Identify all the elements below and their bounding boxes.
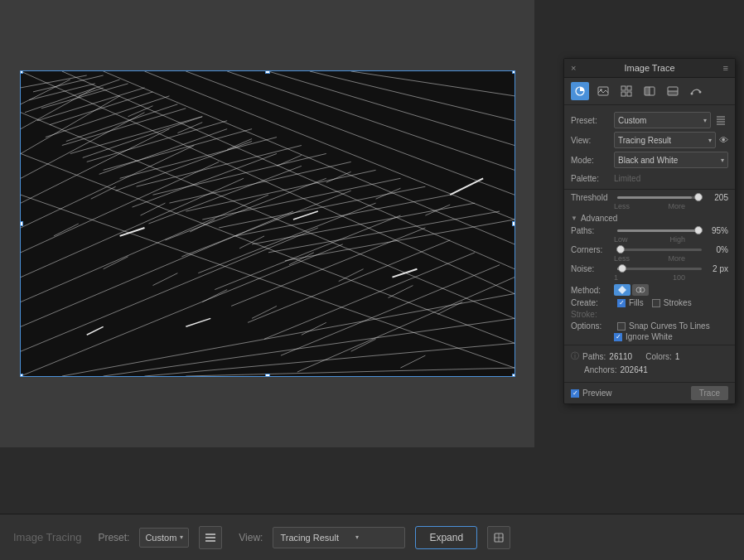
method-row: Method: — [564, 282, 735, 297]
paths-high: High — [669, 235, 685, 244]
advanced-header[interactable]: ▼ Advanced — [564, 211, 735, 225]
mode-value: Black and White — [618, 156, 678, 165]
strokes-checkbox[interactable] — [652, 299, 660, 307]
panel-icon-bar — [564, 78, 735, 105]
svg-rect-111 — [668, 91, 678, 95]
noise-max: 100 — [673, 273, 685, 282]
view-select[interactable]: Tracing Result ▾ — [614, 132, 716, 148]
toolbar-list-icon-btn[interactable] — [199, 526, 222, 549]
threshold-value: 205 — [705, 193, 728, 202]
overlapping-icon — [635, 285, 645, 295]
corners-value: 0% — [705, 245, 728, 254]
anchors-stat-value: 202641 — [620, 365, 647, 374]
half-icon-btn[interactable] — [640, 82, 659, 100]
expand-button[interactable]: Expand — [415, 526, 477, 549]
preset-select[interactable]: Custom ▾ — [614, 112, 711, 128]
view-eye-icon[interactable]: 👁 — [719, 135, 728, 145]
preset-list-btn[interactable] — [713, 113, 728, 128]
method-abutting-btn[interactable] — [614, 284, 630, 296]
options-ignore-row: Ignore White — [564, 331, 735, 342]
noise-track[interactable] — [617, 268, 702, 270]
method-overlapping-btn[interactable] — [632, 284, 649, 296]
divider-2 — [564, 345, 735, 345]
panel-footer: Preview Trace — [564, 382, 735, 403]
stats-row-2: Anchors: 202641 — [564, 364, 735, 377]
half-icon — [644, 85, 655, 97]
toolbar-view-label: View: — [239, 532, 263, 543]
handle-top-mid[interactable] — [265, 70, 270, 74]
trace-image — [21, 71, 515, 376]
handle-top-right[interactable] — [512, 70, 515, 74]
threshold-track[interactable] — [617, 196, 702, 199]
path-icon-btn[interactable] — [687, 82, 705, 100]
preset-value: Custom — [618, 116, 646, 125]
split-icon-btn[interactable] — [664, 82, 682, 100]
color-mode-icon-btn[interactable] — [571, 82, 589, 100]
toolbar-preset-select[interactable]: Custom ▾ — [139, 528, 189, 548]
panel-header: × Image Trace ≡ — [564, 59, 735, 78]
svg-point-112 — [691, 93, 693, 95]
snap-checkbox[interactable] — [617, 322, 626, 331]
paths-thumb[interactable] — [694, 226, 703, 234]
corners-thumb[interactable] — [616, 245, 625, 253]
photo-icon-btn[interactable] — [594, 82, 612, 100]
threshold-thumb[interactable] — [694, 193, 703, 201]
handle-top-left[interactable] — [20, 70, 23, 74]
preset-row: Preset: Custom ▾ — [564, 110, 735, 130]
grid-icon-btn[interactable] — [617, 82, 635, 100]
paths-row: Paths: 95% Low High — [564, 225, 735, 244]
noise-thumb[interactable] — [618, 264, 626, 273]
stats-row-1: ⓘ Paths: 26110 Colors: 1 — [564, 348, 735, 364]
trace-button[interactable]: Trace — [691, 386, 728, 400]
stroke-row: Stroke: — [564, 308, 735, 321]
paths-track[interactable] — [617, 229, 702, 232]
advanced-arrow: ▼ — [571, 215, 577, 222]
preview-checkbox-row: Preview — [571, 389, 612, 398]
snap-label: Snap Curves To Lines — [629, 321, 710, 331]
toolbar-view-select[interactable]: Tracing Result ▾ — [273, 527, 405, 548]
preview-label: Preview — [582, 389, 612, 398]
toolbar-object-icon-btn[interactable] — [487, 526, 510, 549]
info-icon[interactable]: ⓘ — [571, 350, 579, 362]
abutting-icon — [617, 285, 627, 295]
svg-point-119 — [640, 287, 645, 292]
svg-rect-105 — [627, 92, 631, 96]
mode-select[interactable]: Black and White ▾ — [614, 152, 728, 168]
colors-stat-value: 1 — [675, 352, 680, 361]
paths-value: 95% — [705, 226, 728, 235]
toolbar-list-icon — [205, 532, 216, 543]
handle-bottom-left[interactable] — [20, 374, 23, 377]
palette-label: Palette: — [571, 174, 614, 183]
handle-bottom-right[interactable] — [512, 374, 515, 377]
paths-stat-value: 26110 — [609, 352, 632, 361]
toolbar-preset-value: Custom — [145, 533, 176, 543]
preview-checkbox[interactable] — [571, 389, 579, 398]
canvas-area — [0, 0, 534, 447]
threshold-more: More — [668, 202, 685, 210]
ignore-label: Ignore White — [626, 332, 673, 341]
svg-rect-102 — [621, 86, 626, 90]
svg-rect-104 — [621, 92, 626, 96]
handle-bottom-mid[interactable] — [265, 374, 270, 377]
handle-mid-right[interactable] — [512, 221, 515, 226]
mode-row: Mode: Black and White ▾ — [564, 150, 735, 170]
fills-checkbox[interactable] — [617, 299, 626, 307]
svg-rect-107 — [645, 87, 650, 95]
corners-track[interactable] — [617, 249, 702, 251]
svg-rect-121 — [205, 537, 215, 538]
svg-rect-120 — [205, 533, 215, 535]
panel-menu-button[interactable]: ≡ — [723, 63, 728, 73]
stroke-label: Stroke: — [571, 310, 597, 319]
mode-chevron: ▾ — [721, 157, 724, 164]
ignore-checkbox[interactable] — [614, 333, 622, 341]
bottom-toolbar: Image Tracing Preset: Custom ▾ View: Tra… — [0, 514, 744, 560]
noise-min: 1 — [614, 273, 618, 282]
grid-icon — [621, 85, 632, 97]
handle-mid-left[interactable] — [20, 221, 23, 226]
create-label: Create: — [571, 298, 614, 307]
split-icon — [667, 85, 679, 97]
palette-value: Limited — [614, 174, 640, 183]
create-row: Create: Fills Strokes — [564, 297, 735, 308]
panel-close-button[interactable]: × — [571, 63, 576, 73]
image-container — [20, 70, 515, 377]
